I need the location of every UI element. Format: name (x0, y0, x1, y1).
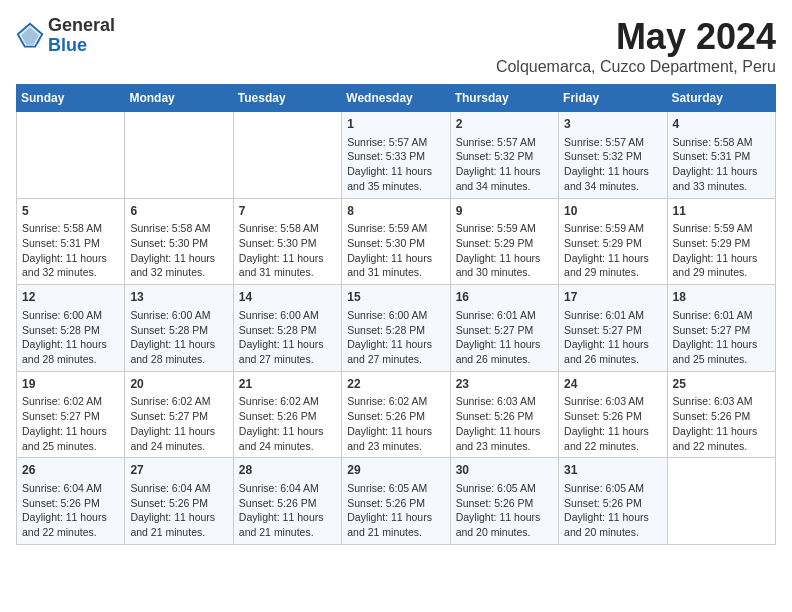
day-number: 18 (673, 289, 770, 306)
day-info: Sunrise: 6:00 AMSunset: 5:28 PMDaylight:… (347, 308, 444, 367)
calendar-cell: 9Sunrise: 5:59 AMSunset: 5:29 PMDaylight… (450, 198, 558, 285)
calendar-cell: 10Sunrise: 5:59 AMSunset: 5:29 PMDayligh… (559, 198, 667, 285)
day-number: 3 (564, 116, 661, 133)
day-info: Sunrise: 5:59 AMSunset: 5:29 PMDaylight:… (456, 221, 553, 280)
calendar-cell: 29Sunrise: 6:05 AMSunset: 5:26 PMDayligh… (342, 458, 450, 545)
day-number: 20 (130, 376, 227, 393)
day-number: 8 (347, 203, 444, 220)
calendar-cell (125, 112, 233, 199)
day-number: 1 (347, 116, 444, 133)
day-info: Sunrise: 6:05 AMSunset: 5:26 PMDaylight:… (456, 481, 553, 540)
day-number: 15 (347, 289, 444, 306)
col-header-thursday: Thursday (450, 85, 558, 112)
calendar-week-3: 12Sunrise: 6:00 AMSunset: 5:28 PMDayligh… (17, 285, 776, 372)
calendar-cell: 21Sunrise: 6:02 AMSunset: 5:26 PMDayligh… (233, 371, 341, 458)
day-number: 16 (456, 289, 553, 306)
logo: General Blue (16, 16, 115, 56)
calendar-week-5: 26Sunrise: 6:04 AMSunset: 5:26 PMDayligh… (17, 458, 776, 545)
calendar-cell: 14Sunrise: 6:00 AMSunset: 5:28 PMDayligh… (233, 285, 341, 372)
page-subtitle: Colquemarca, Cuzco Department, Peru (496, 58, 776, 76)
calendar-table: SundayMondayTuesdayWednesdayThursdayFrid… (16, 84, 776, 545)
calendar-cell: 6Sunrise: 5:58 AMSunset: 5:30 PMDaylight… (125, 198, 233, 285)
day-info: Sunrise: 5:57 AMSunset: 5:32 PMDaylight:… (456, 135, 553, 194)
calendar-cell: 26Sunrise: 6:04 AMSunset: 5:26 PMDayligh… (17, 458, 125, 545)
day-number: 12 (22, 289, 119, 306)
day-number: 27 (130, 462, 227, 479)
day-number: 22 (347, 376, 444, 393)
day-info: Sunrise: 6:04 AMSunset: 5:26 PMDaylight:… (130, 481, 227, 540)
logo-icon (16, 22, 44, 50)
day-number: 25 (673, 376, 770, 393)
col-header-monday: Monday (125, 85, 233, 112)
day-info: Sunrise: 6:03 AMSunset: 5:26 PMDaylight:… (673, 394, 770, 453)
day-info: Sunrise: 6:01 AMSunset: 5:27 PMDaylight:… (456, 308, 553, 367)
page-title: May 2024 (496, 16, 776, 58)
col-header-saturday: Saturday (667, 85, 775, 112)
calendar-cell: 5Sunrise: 5:58 AMSunset: 5:31 PMDaylight… (17, 198, 125, 285)
calendar-cell: 17Sunrise: 6:01 AMSunset: 5:27 PMDayligh… (559, 285, 667, 372)
calendar-cell: 25Sunrise: 6:03 AMSunset: 5:26 PMDayligh… (667, 371, 775, 458)
day-number: 28 (239, 462, 336, 479)
day-number: 31 (564, 462, 661, 479)
col-header-wednesday: Wednesday (342, 85, 450, 112)
day-number: 4 (673, 116, 770, 133)
logo-text: General Blue (48, 16, 115, 56)
calendar-cell: 27Sunrise: 6:04 AMSunset: 5:26 PMDayligh… (125, 458, 233, 545)
day-number: 5 (22, 203, 119, 220)
day-number: 6 (130, 203, 227, 220)
day-info: Sunrise: 5:58 AMSunset: 5:30 PMDaylight:… (239, 221, 336, 280)
day-info: Sunrise: 5:57 AMSunset: 5:32 PMDaylight:… (564, 135, 661, 194)
calendar-cell: 1Sunrise: 5:57 AMSunset: 5:33 PMDaylight… (342, 112, 450, 199)
col-header-sunday: Sunday (17, 85, 125, 112)
calendar-cell: 28Sunrise: 6:04 AMSunset: 5:26 PMDayligh… (233, 458, 341, 545)
calendar-cell: 24Sunrise: 6:03 AMSunset: 5:26 PMDayligh… (559, 371, 667, 458)
day-number: 23 (456, 376, 553, 393)
calendar-cell (667, 458, 775, 545)
day-number: 7 (239, 203, 336, 220)
calendar-cell: 30Sunrise: 6:05 AMSunset: 5:26 PMDayligh… (450, 458, 558, 545)
day-number: 19 (22, 376, 119, 393)
calendar-cell: 12Sunrise: 6:00 AMSunset: 5:28 PMDayligh… (17, 285, 125, 372)
calendar-cell: 11Sunrise: 5:59 AMSunset: 5:29 PMDayligh… (667, 198, 775, 285)
calendar-cell: 23Sunrise: 6:03 AMSunset: 5:26 PMDayligh… (450, 371, 558, 458)
calendar-cell: 8Sunrise: 5:59 AMSunset: 5:30 PMDaylight… (342, 198, 450, 285)
calendar-cell (233, 112, 341, 199)
calendar-week-2: 5Sunrise: 5:58 AMSunset: 5:31 PMDaylight… (17, 198, 776, 285)
calendar-cell: 20Sunrise: 6:02 AMSunset: 5:27 PMDayligh… (125, 371, 233, 458)
title-area: May 2024 Colquemarca, Cuzco Department, … (496, 16, 776, 76)
day-number: 29 (347, 462, 444, 479)
col-header-tuesday: Tuesday (233, 85, 341, 112)
calendar-cell: 22Sunrise: 6:02 AMSunset: 5:26 PMDayligh… (342, 371, 450, 458)
day-info: Sunrise: 6:04 AMSunset: 5:26 PMDaylight:… (239, 481, 336, 540)
day-number: 2 (456, 116, 553, 133)
calendar-cell: 16Sunrise: 6:01 AMSunset: 5:27 PMDayligh… (450, 285, 558, 372)
day-info: Sunrise: 6:02 AMSunset: 5:26 PMDaylight:… (239, 394, 336, 453)
day-info: Sunrise: 6:00 AMSunset: 5:28 PMDaylight:… (22, 308, 119, 367)
calendar-cell: 18Sunrise: 6:01 AMSunset: 5:27 PMDayligh… (667, 285, 775, 372)
day-info: Sunrise: 5:57 AMSunset: 5:33 PMDaylight:… (347, 135, 444, 194)
day-info: Sunrise: 6:05 AMSunset: 5:26 PMDaylight:… (564, 481, 661, 540)
calendar-cell: 4Sunrise: 5:58 AMSunset: 5:31 PMDaylight… (667, 112, 775, 199)
day-number: 30 (456, 462, 553, 479)
day-info: Sunrise: 6:04 AMSunset: 5:26 PMDaylight:… (22, 481, 119, 540)
day-number: 14 (239, 289, 336, 306)
logo-blue: Blue (48, 36, 115, 56)
day-number: 13 (130, 289, 227, 306)
calendar-week-1: 1Sunrise: 5:57 AMSunset: 5:33 PMDaylight… (17, 112, 776, 199)
day-info: Sunrise: 6:02 AMSunset: 5:27 PMDaylight:… (130, 394, 227, 453)
day-info: Sunrise: 6:02 AMSunset: 5:27 PMDaylight:… (22, 394, 119, 453)
day-number: 17 (564, 289, 661, 306)
day-info: Sunrise: 6:02 AMSunset: 5:26 PMDaylight:… (347, 394, 444, 453)
day-info: Sunrise: 6:01 AMSunset: 5:27 PMDaylight:… (564, 308, 661, 367)
calendar-cell: 2Sunrise: 5:57 AMSunset: 5:32 PMDaylight… (450, 112, 558, 199)
day-info: Sunrise: 5:59 AMSunset: 5:29 PMDaylight:… (564, 221, 661, 280)
day-info: Sunrise: 5:58 AMSunset: 5:30 PMDaylight:… (130, 221, 227, 280)
page-header: General Blue May 2024 Colquemarca, Cuzco… (16, 16, 776, 76)
calendar-cell (17, 112, 125, 199)
calendar-header-row: SundayMondayTuesdayWednesdayThursdayFrid… (17, 85, 776, 112)
calendar-cell: 31Sunrise: 6:05 AMSunset: 5:26 PMDayligh… (559, 458, 667, 545)
calendar-cell: 3Sunrise: 5:57 AMSunset: 5:32 PMDaylight… (559, 112, 667, 199)
day-number: 11 (673, 203, 770, 220)
day-info: Sunrise: 6:03 AMSunset: 5:26 PMDaylight:… (564, 394, 661, 453)
day-info: Sunrise: 6:00 AMSunset: 5:28 PMDaylight:… (239, 308, 336, 367)
